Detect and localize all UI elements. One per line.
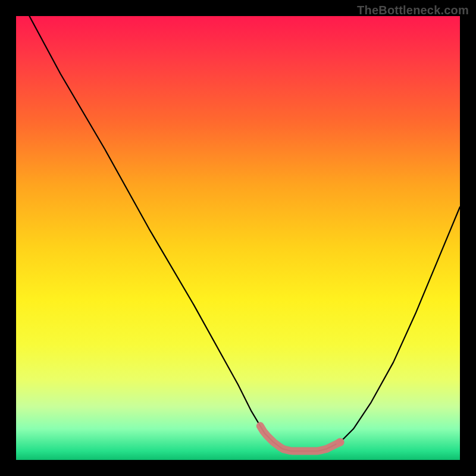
watermark-text: TheBottleneck.com	[357, 4, 469, 17]
chart-frame: TheBottleneck.com	[0, 0, 476, 476]
bottleneck-curve	[16, 16, 460, 460]
svg-point-0	[336, 438, 345, 446]
plot-area	[16, 16, 460, 460]
